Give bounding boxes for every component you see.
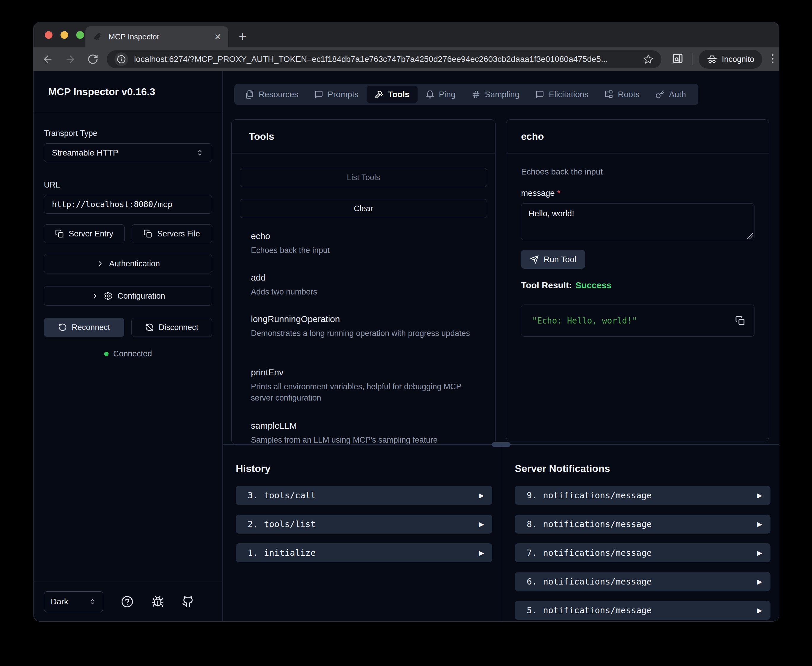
bookmark-star-icon[interactable] (643, 54, 654, 64)
expand-caret-icon[interactable]: ▶ (757, 549, 762, 557)
authentication-button[interactable]: Authentication (44, 254, 212, 274)
tool-runner-description: Echoes back the input (521, 167, 603, 176)
reconnect-button[interactable]: Reconnect (44, 318, 124, 337)
tab-roots[interactable]: Roots (596, 86, 647, 103)
tab-prompts[interactable]: Prompts (306, 86, 367, 103)
fullscreen-window-button[interactable] (76, 31, 84, 39)
server-url-value[interactable] (52, 199, 204, 209)
list-tools-button[interactable]: List Tools (240, 168, 487, 187)
tool-name: sampleLLM (251, 421, 483, 431)
chevron-up-down-icon (196, 149, 204, 157)
server-entry-button[interactable]: Server Entry (44, 224, 124, 243)
tab-label: Elicitations (549, 90, 589, 99)
refresh-off-icon (145, 323, 154, 332)
history-row[interactable]: 2.tools/list ▶ (236, 514, 492, 534)
url-text[interactable]: localhost:6274/?MCP_PROXY_AUTH_TOKEN=ec1… (134, 54, 637, 64)
window-controls[interactable] (45, 31, 84, 39)
mcp-logo-icon (93, 32, 103, 42)
forward-button[interactable] (63, 52, 78, 66)
expand-caret-icon[interactable]: ▶ (479, 491, 484, 499)
notification-row[interactable]: 7.notifications/message ▶ (515, 543, 771, 562)
tab-auth[interactable]: Auth (647, 86, 694, 103)
theme-value: Dark (51, 597, 68, 607)
history-index: 2. (248, 519, 258, 529)
url-bar[interactable]: localhost:6274/?MCP_PROXY_AUTH_TOKEN=ec1… (107, 50, 662, 68)
notification-method: notifications/message (543, 519, 652, 529)
history-title: History (236, 463, 270, 474)
notification-row[interactable]: 8.notifications/message ▶ (515, 514, 771, 534)
tool-list-item-printenv[interactable]: printEnv Prints all environment variable… (251, 368, 483, 404)
browser-tab[interactable]: MCP Inspector ✕ (85, 26, 228, 48)
copy-result-button[interactable] (735, 315, 745, 326)
theme-select[interactable]: Dark (44, 591, 103, 612)
help-button[interactable] (121, 595, 134, 608)
rotate-ccw-icon (58, 323, 67, 332)
tab-label: Auth (669, 90, 686, 99)
tool-description: Adds two numbers (251, 286, 483, 297)
tool-list-item-longrunningoperation[interactable]: longRunningOperation Demonstrates a long… (251, 314, 483, 339)
bell-icon (425, 90, 435, 99)
connection-status: Connected (44, 349, 212, 358)
transport-type-label: Transport Type (44, 129, 212, 138)
gear-icon (104, 292, 113, 300)
side-panel-icon[interactable] (671, 52, 684, 65)
history-row[interactable]: 1.initialize ▶ (236, 543, 492, 562)
tab-close-icon[interactable]: ✕ (214, 33, 221, 41)
transport-type-value: Streamable HTTP (52, 148, 118, 158)
run-tool-button[interactable]: Run Tool (521, 250, 585, 269)
textarea-resize-grip-icon[interactable] (746, 233, 753, 239)
tab-label: Roots (618, 90, 639, 99)
notification-row[interactable]: 9.notifications/message ▶ (515, 486, 771, 505)
github-button[interactable] (182, 595, 194, 608)
tool-list-item-echo[interactable]: echo Echoes back the input (251, 231, 483, 256)
tool-description: Demonstrates a long running operation wi… (251, 328, 483, 339)
browser-window: MCP Inspector ✕ + localhost:6274/?MCP_PR… (33, 22, 779, 621)
tool-description: Samples from an LLM using MCP's sampling… (251, 434, 483, 444)
disconnect-button[interactable]: Disconnect (131, 318, 212, 337)
tab-elicitations[interactable]: Elicitations (527, 86, 596, 103)
tool-list-item-samplellm[interactable]: sampleLLM Samples from an LLM using MCP'… (251, 421, 483, 444)
expand-caret-icon[interactable]: ▶ (479, 549, 484, 557)
new-tab-button[interactable]: + (239, 30, 246, 43)
tab-label: Sampling (485, 90, 519, 99)
authentication-label: Authentication (109, 259, 160, 269)
tab-tools[interactable]: Tools (367, 86, 418, 103)
site-info-icon[interactable] (114, 53, 128, 66)
tab-resources[interactable]: Resources (237, 86, 306, 103)
tab-label: Ping (439, 90, 456, 99)
report-bug-button[interactable] (152, 595, 164, 608)
tab-ping[interactable]: Ping (418, 86, 463, 103)
expand-caret-icon[interactable]: ▶ (757, 520, 762, 528)
minimize-window-button[interactable] (61, 31, 68, 39)
configuration-button[interactable]: Configuration (44, 286, 212, 306)
message-textarea[interactable]: Hello, world! (521, 203, 754, 240)
tab-sampling[interactable]: Sampling (463, 86, 528, 103)
server-url-input[interactable] (44, 195, 212, 214)
back-button[interactable] (41, 52, 55, 66)
notification-row[interactable]: 6.notifications/message ▶ (515, 572, 771, 591)
connection-status-label: Connected (113, 349, 152, 358)
history-row[interactable]: 3.tools/call ▶ (236, 486, 492, 505)
reload-button[interactable] (86, 52, 100, 66)
github-icon (182, 595, 194, 608)
transport-type-select[interactable]: Streamable HTTP (44, 143, 212, 162)
folder-tree-icon (604, 90, 613, 99)
servers-file-button[interactable]: Servers File (132, 224, 212, 243)
chrome-menu-icon[interactable] (766, 52, 779, 65)
expand-caret-icon[interactable]: ▶ (479, 520, 484, 528)
expand-caret-icon[interactable]: ▶ (757, 578, 762, 586)
tool-description: Prints all environment variables, helpfu… (251, 381, 483, 404)
help-circle-icon (121, 595, 134, 608)
tool-list-item-add[interactable]: add Adds two numbers (251, 272, 483, 297)
clear-tools-button[interactable]: Clear (240, 199, 487, 218)
sidebar-footer: Dark (33, 582, 222, 621)
hash-icon (471, 90, 480, 99)
close-window-button[interactable] (45, 31, 53, 39)
url-label: URL (44, 180, 212, 190)
notification-row[interactable]: 5.notifications/message ▶ (515, 601, 771, 620)
toolbar-separator (693, 53, 693, 65)
history-method: tools/list (264, 519, 316, 529)
expand-caret-icon[interactable]: ▶ (757, 607, 762, 615)
expand-caret-icon[interactable]: ▶ (757, 491, 762, 499)
notification-index: 9. (527, 490, 537, 500)
